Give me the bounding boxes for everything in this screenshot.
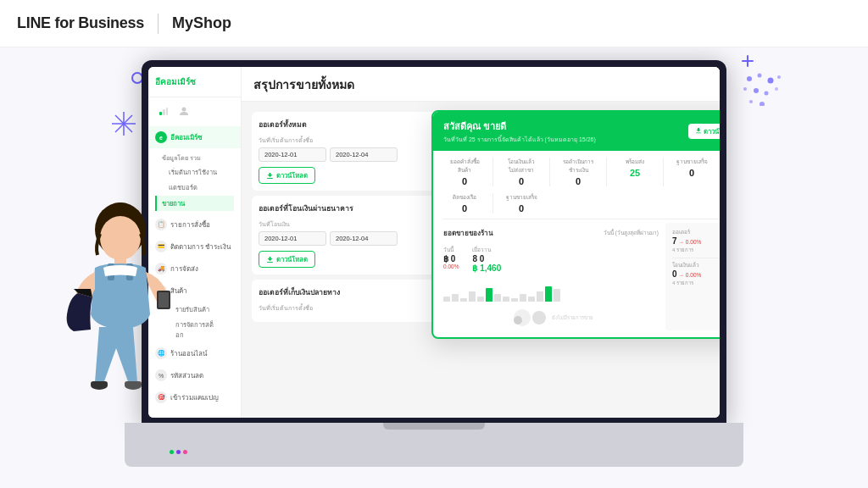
- svg-rect-15: [163, 109, 165, 115]
- stat-orders-value: 0: [462, 176, 467, 186]
- stat-divider-2: [549, 158, 550, 186]
- svg-rect-19: [267, 262, 273, 263]
- right-stat-orders-label: ออเดอร์: [672, 228, 720, 236]
- shop-stats-cols: วันนี้ ฿ 0 0.00% เมื่อวาน 8 0 ฿ 1,: [443, 246, 659, 273]
- stat-done: ฐานขายเสร็จ 0: [670, 158, 713, 186]
- right-stat-orders-sub: 4 รายการ: [672, 246, 720, 254]
- stat-pending-value: 0: [576, 176, 581, 186]
- right-stat-transfer-sub: 4 รายการ: [672, 279, 720, 287]
- sidebar-icon-user[interactable]: [175, 103, 192, 119]
- mini-bar-chart: [443, 276, 659, 302]
- bar-9: [511, 298, 518, 302]
- bar-7: [494, 294, 501, 302]
- header-divider: [158, 14, 159, 34]
- bar-1: [443, 297, 450, 302]
- panel-main: สรุปการขายทั้งหมด ออเดอร์ทั้งหมด วันที่เ…: [242, 67, 720, 418]
- stat-done2-label: ฐานขายเสร็จ: [506, 193, 537, 202]
- sidebar-icon-ecommerce: e: [155, 131, 167, 143]
- right-stat-transfer: โอนเงินแล้ว 0 → 0.00% 4 รายการ: [672, 261, 720, 287]
- svg-rect-18: [267, 178, 273, 179]
- stat-divider-1: [492, 158, 493, 186]
- stat-ready-value: 25: [630, 168, 640, 178]
- right-stats-panel: ออเดอร์ 7 → 0.00% 4 รายการ: [665, 223, 720, 330]
- chart-empty-state: ยังไม่มีรายการขาย: [443, 305, 659, 330]
- download-icon-2: [266, 256, 274, 263]
- stat-done-label: ฐานขายเสร็จ: [676, 158, 708, 166]
- laptop-frame: อีคอมเมิร์ซ e อีคอมเมิร์ซ: [125, 60, 743, 467]
- right-stat-transfer-value: 0: [672, 269, 677, 279]
- download-btn-1[interactable]: ดาวน์โหลด: [259, 167, 315, 184]
- panel-header: สรุปการขายทั้งหมด: [242, 67, 720, 102]
- right-stat-orders-change: → 0.00%: [679, 239, 702, 245]
- svg-point-17: [182, 108, 186, 112]
- download-icon-1: [266, 172, 274, 180]
- empty-chart-icon: [509, 305, 552, 330]
- panel-title: สรุปการขายทั้งหมด: [253, 75, 708, 94]
- right-stat-transfer-change: → 0.00%: [679, 272, 702, 278]
- stat-ship: ดิลของเรือ 0: [443, 193, 486, 214]
- bar-13: [545, 286, 552, 302]
- laptop-screen: อีคอมเมิร์ซ e อีคอมเมิร์ซ: [142, 60, 726, 424]
- popup-header: สวัสดีคุณ ขายดี วันที่วันที่ 25 รายการนี…: [433, 112, 720, 151]
- stat-pending-label: รอดำเนินการชำระเงิน: [563, 158, 593, 175]
- stat-ship-value: 0: [462, 203, 467, 214]
- popup-dashboard: สวัสดีคุณ ขายดี วันที่วันที่ 25 รายการนี…: [431, 110, 720, 339]
- header: LINE for Business MyShop: [0, 0, 868, 47]
- svg-point-22: [532, 311, 546, 324]
- shop-stat-month: เมื่อวาน 8 0 ฿ 1,460: [472, 246, 501, 273]
- right-stat-orders: ออเดอร์ 7 → 0.00% 4 รายการ: [672, 228, 720, 254]
- svg-rect-14: [159, 112, 162, 115]
- sidebar-item-ecommerce[interactable]: e อีคอมเมิร์ซ: [148, 126, 241, 148]
- shop-section-title: ยอดขายของร้าน: [443, 228, 492, 239]
- stat-transferred: โอนเงินแล้วไม่ส่งสาขา 0: [500, 158, 542, 186]
- stat-transferred-label: โอนเงินแล้วไม่ส่งสาขา: [508, 158, 535, 175]
- date-input-end-2[interactable]: 2020-12-04: [330, 231, 398, 246]
- main-area: อีคอมเมิร์ซ e อีคอมเมิร์ซ: [0, 47, 868, 488]
- stat-divider-3: [606, 158, 607, 186]
- sidebar-icon-row: [148, 97, 241, 123]
- bar-11: [528, 297, 535, 302]
- date-input-end-1[interactable]: 2020-12-04: [330, 147, 398, 162]
- month-orders: 8 0: [472, 254, 501, 263]
- svg-point-25: [100, 216, 141, 260]
- svg-point-23: [514, 316, 522, 324]
- brand-logo: LINE for Business: [17, 14, 144, 32]
- date-input-start-2[interactable]: 2020-12-01: [259, 231, 326, 246]
- popup-body: ยอดคำสั่งซื้อสินค้า 0 โอนเงินแล้วไม่ส่งส…: [433, 151, 720, 337]
- svg-rect-20: [696, 133, 701, 134]
- bar-5: [477, 297, 484, 302]
- stat-ship-label: ดิลของเรือ: [453, 193, 476, 202]
- stat-transferred-value: 0: [519, 176, 524, 186]
- date-input-start-1[interactable]: 2020-12-01: [259, 147, 326, 162]
- popup-download-btn[interactable]: ดาวน์โหลด: [688, 124, 720, 139]
- stat-orders-label: ยอดคำสั่งซื้อสินค้า: [450, 158, 480, 175]
- month-label: เมื่อวาน: [472, 246, 501, 254]
- sidebar-sub-start[interactable]: เริ่มต้นการใช้งาน: [155, 164, 234, 180]
- svg-rect-32: [91, 381, 108, 386]
- svg-rect-34: [125, 381, 142, 386]
- bar-10: [520, 294, 526, 302]
- shop-chart-area: ยอดขายของร้าน วันนี้ (วันสูงสุดที่ผ่านมา…: [443, 223, 659, 330]
- download-btn-2[interactable]: ดาวน์โหลด: [259, 251, 315, 268]
- stat-pending: รอดำเนินการชำระเงิน 0: [557, 158, 599, 186]
- svg-rect-30: [159, 292, 169, 308]
- bar-14: [554, 289, 560, 302]
- svg-rect-16: [166, 108, 168, 115]
- bar-3: [460, 298, 467, 302]
- popup-subtitle: วันที่วันที่ 25 รายการนี้จัดสินค้าได้แล้…: [443, 135, 596, 144]
- laptop-inner: อีคอมเมิร์ซ e อีคอมเมิร์ซ: [148, 67, 720, 418]
- stat-divider-4: [663, 158, 664, 186]
- shop-stat-today: วันนี้ ฿ 0 0.00%: [443, 246, 459, 273]
- sidebar-icon-chart[interactable]: [155, 103, 172, 119]
- bar-6: [486, 288, 492, 302]
- today-orders: ฿ 0: [443, 254, 459, 263]
- shop-filter: วันนี้ (วันสูงสุดที่ผ่านมา): [604, 229, 659, 237]
- stat-done2-value: 0: [519, 203, 524, 214]
- sidebar-section-data: ข้อมูลโดย รวม: [155, 150, 234, 164]
- popup-title: สวัสดีคุณ ขายดี: [443, 119, 596, 134]
- laptop-base: [125, 423, 743, 467]
- stat-divider-6: [492, 193, 493, 214]
- bar-2: [452, 294, 459, 302]
- bar-8: [503, 297, 509, 302]
- person-illustration: [57, 179, 192, 475]
